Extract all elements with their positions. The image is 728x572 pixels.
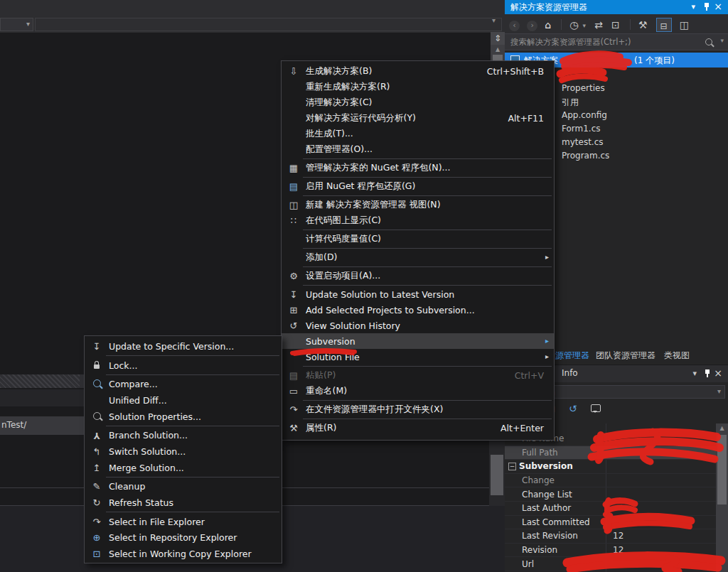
wrench-icon: ⚒ [282,423,306,433]
show-all-files-button[interactable]: ⊟ [656,18,672,32]
grid-scrollbar[interactable]: ▲ [716,423,728,572]
scroll-up-button[interactable]: ▲ [716,423,728,433]
menu-item-solution-properties[interactable]: Solution Properties... [85,409,282,425]
menu-separator [303,266,552,267]
property-row-revision[interactable]: Revision12 [505,544,716,558]
menu-item-select-in-file-explorer[interactable]: ↷Select in File Explorer [85,514,282,530]
menu-item-open-folder-in-explorer[interactable]: ↷在文件资源管理器中打开文件夹(X) [282,401,554,417]
refresh-icon: ↻ [85,497,109,508]
menu-item-merge-solution[interactable]: ↥Merge Solution... [85,460,282,476]
menu-item-build-solution[interactable]: ⇩生成解决方案(B)Ctrl+Shift+B [282,63,554,79]
update-icon: ↧ [85,341,109,352]
comment-bubble-icon[interactable] [591,404,601,412]
back-icon[interactable]: ‹ [509,21,520,31]
menu-item-compare[interactable]: Compare... [85,376,282,392]
sync-with-active-document-icon[interactable]: ◫ [680,19,689,31]
solution-explorer-titlebar[interactable]: 解决方案资源管理器 ▾ × [505,0,728,14]
menu-item-run-code-analysis[interactable]: 对解决方案运行代码分析(Y)Alt+F11 [282,110,554,126]
property-row-change[interactable]: Change [505,474,716,488]
search-icon[interactable] [705,38,712,45]
collapse-all-icon[interactable]: ⊡ [611,19,620,31]
solution-explorer-search[interactable]: 搜索解决方案资源管理器(Ctrl+;) ▾ [505,33,728,50]
update-icon: ↧ [282,289,306,300]
menu-item-update-solution-latest[interactable]: ↧Update Solution to Latest Version [282,286,554,302]
menu-item-refresh-status[interactable]: ↻Refresh Status [85,495,282,511]
scrollbar-thumb[interactable] [717,435,727,504]
menu-item-branch-solution[interactable]: YBranch Solution... [85,427,282,443]
pending-changes-filter-icon[interactable]: ◷ [569,19,578,31]
menu-item-cleanup[interactable]: ✎Cleanup [85,479,282,495]
menu-separator [106,477,279,477]
splitter-handle[interactable]: ⇕ [491,32,505,45]
menu-item-subversion[interactable]: Subversion▸ [282,333,554,349]
toolbar-combobox[interactable]: ▾ [0,18,33,31]
close-icon[interactable]: × [714,1,722,12]
menu-item-select-in-repository-explorer[interactable]: ⊕Select in Repository Explorer [85,530,282,546]
scrollbar-track[interactable] [489,441,505,506]
collapse-expander-icon[interactable]: − [508,463,516,470]
menu-item-add[interactable]: 添加(D)▸ [282,249,554,265]
chevron-down-icon[interactable]: ▾ [26,20,30,28]
close-icon[interactable]: × [714,367,722,379]
tree-row[interactable]: App.config [562,110,607,120]
chevron-down-icon[interactable]: ▾ [492,16,496,24]
property-category-subversion[interactable]: −Subversion [505,460,716,474]
lock-icon [94,365,100,369]
window-menu-caret-icon[interactable]: ▾ [692,369,697,378]
tree-row[interactable]: Properties [562,83,605,93]
chevron-down-icon[interactable]: ▾ [720,37,724,44]
menu-item-paste[interactable]: ▤粘贴(P)Ctrl+V [282,367,554,383]
chevron-down-icon[interactable]: ▾ [583,22,587,29]
menu-item-enable-nuget-restore[interactable]: ▤启用 NuGet 程序包还原(G) [282,178,554,194]
properties-wrench-icon[interactable]: ⚒ [638,19,648,31]
repository-globe-icon: ⊕ [85,532,109,543]
menu-item-properties[interactable]: ⚒属性(R)Alt+Enter [282,420,554,436]
menu-item-unified-diff[interactable]: Unified Diff... [85,392,282,409]
menu-item-select-in-working-copy-explorer[interactable]: ⊡Select in Working Copy Explorer [85,546,282,562]
home-icon[interactable]: ⌂ [545,19,551,31]
menu-item-solution-file[interactable]: Solution File▸ [282,349,554,365]
menu-item-calculate-code-metrics[interactable]: 计算代码度量值(C) [282,231,554,247]
menu-item-new-solution-explorer-view[interactable]: ◫新建 解决方案资源管理器 视图(N) [282,197,554,212]
menu-item-configuration-manager[interactable]: 配置管理器(O)... [282,141,554,157]
menu-item-manage-nuget-packages[interactable]: ▦管理解决方案的 NuGet 程序包(N)... [282,160,554,176]
tree-row[interactable]: Program.cs [562,151,609,161]
add-to-subversion-icon: ⊞ [282,305,306,315]
toolbar-field[interactable] [35,18,502,31]
submenu-arrow-icon: ▸ [545,352,549,360]
menu-item-view-solution-history[interactable]: ↺View Solution History [282,318,554,333]
pin-icon[interactable] [705,369,710,377]
menu-item-rebuild-solution[interactable]: 重新生成解决方案(R) [282,79,554,95]
menu-item-add-projects-to-subversion[interactable]: ⊞Add Selected Projects to Subversion... [282,302,554,318]
tree-row[interactable]: Form1.cs [562,124,601,134]
menu-item-batch-build[interactable]: 批生成(T)... [282,126,554,141]
property-row-last-revision[interactable]: Last Revision12 [505,529,716,544]
history-icon[interactable]: ↺ [569,403,577,414]
property-row-last-committed[interactable]: Last Committed [505,516,716,530]
tab-class-view[interactable]: 类视图 [664,350,690,362]
tree-row[interactable]: mytest.cs [562,137,604,147]
menu-item-lock[interactable]: Lock... [85,357,282,374]
refresh-icon[interactable]: ⇄ [594,19,603,31]
property-row-last-author[interactable]: Last Author [505,502,716,516]
menu-item-update-to-specific-version[interactable]: ↧Update to Specific Version... [85,338,282,355]
menu-item-set-startup-projects[interactable]: ⚙设置启动项目(A)... [282,268,554,284]
scroll-up-button[interactable]: ▲ [491,45,505,54]
menu-separator [303,177,552,178]
property-row-change-list[interactable]: Change List [505,487,716,502]
tree-row[interactable]: 引用 [562,97,579,109]
property-row-full-path[interactable]: Full Path [505,446,716,460]
property-row-url[interactable]: Url [505,557,716,571]
tab-team-explorer[interactable]: 团队资源管理器 [596,350,655,362]
menu-item-show-on-code-map[interactable]: ∷在代码图上显示(C) [282,212,554,228]
window-menu-caret-icon[interactable]: ▾ [691,2,695,11]
menu-item-clean-solution[interactable]: 清理解决方案(C) [282,95,554,110]
cleanup-icon: ✎ [85,481,109,492]
menu-item-rename[interactable]: ▭重命名(M) [282,383,554,399]
chevron-down-icon[interactable]: ▾ [717,387,721,395]
menu-item-switch-solution[interactable]: ↰Switch Solution... [85,443,282,460]
scrollbar-thumb[interactable] [491,455,503,495]
gear-icon: ⚙ [282,271,306,281]
pin-icon[interactable] [704,3,710,11]
forward-icon[interactable]: › [527,21,537,31]
